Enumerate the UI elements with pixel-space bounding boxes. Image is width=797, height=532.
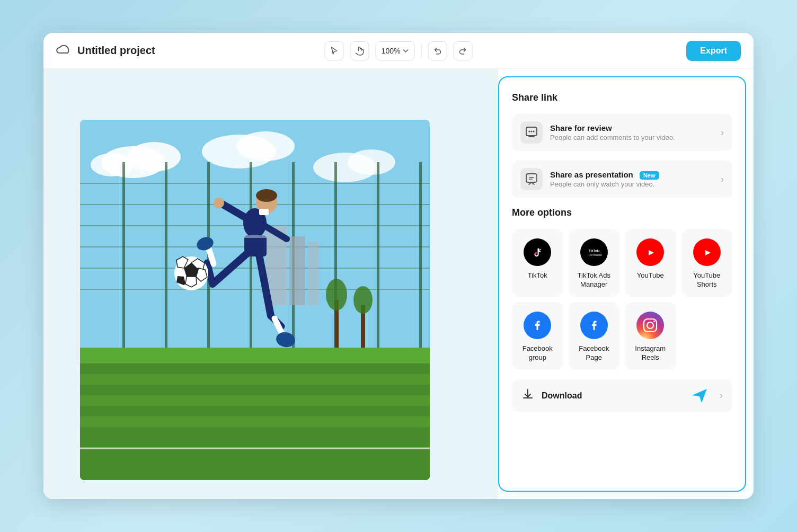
facebook-group-label: Facebook group bbox=[516, 344, 559, 362]
header-right: Export bbox=[686, 41, 741, 61]
share-presentation-option[interactable]: Share as presentation New People can onl… bbox=[512, 161, 732, 198]
svg-point-70 bbox=[586, 244, 602, 260]
svg-point-84 bbox=[653, 321, 655, 322]
svg-rect-34 bbox=[289, 236, 305, 305]
svg-rect-35 bbox=[308, 242, 318, 305]
review-icon bbox=[520, 121, 543, 144]
svg-point-42 bbox=[256, 189, 277, 202]
review-subtitle: People can add comments to your video. bbox=[550, 134, 675, 141]
download-option[interactable]: Download › bbox=[512, 379, 732, 412]
svg-text:For Business: For Business bbox=[589, 253, 602, 256]
svg-marker-85 bbox=[692, 389, 707, 403]
svg-rect-24 bbox=[80, 348, 430, 363]
presentation-text: Share as presentation New People can onl… bbox=[550, 170, 659, 188]
share-for-review-option[interactable]: Share for review People can add comments… bbox=[512, 114, 732, 151]
redo-button[interactable] bbox=[453, 41, 472, 60]
svg-rect-28 bbox=[80, 395, 430, 406]
review-chevron: › bbox=[721, 127, 724, 138]
divider bbox=[421, 43, 421, 58]
soccer-scene bbox=[80, 120, 430, 480]
download-chevron: › bbox=[720, 390, 723, 401]
svg-rect-29 bbox=[80, 406, 430, 416]
tiktok-icon bbox=[524, 238, 551, 266]
instagram-reels-label: Instagram Reels bbox=[629, 344, 672, 362]
svg-rect-26 bbox=[80, 374, 430, 385]
svg-point-3 bbox=[91, 153, 133, 176]
zoom-value: 100% bbox=[382, 47, 401, 55]
more-options-title: More options bbox=[512, 207, 732, 218]
svg-point-69 bbox=[529, 244, 545, 260]
zoom-control[interactable]: 100% bbox=[376, 41, 415, 60]
export-button[interactable]: Export bbox=[686, 41, 741, 61]
presentation-subtitle: People can only watch your video. bbox=[550, 180, 659, 188]
svg-point-44 bbox=[214, 198, 224, 208]
facebook-page-icon bbox=[580, 312, 608, 339]
svg-rect-48 bbox=[244, 235, 267, 238]
facebook-group-icon bbox=[524, 312, 551, 339]
header: Untitled project 100% bbox=[43, 33, 754, 69]
svg-point-66 bbox=[531, 131, 533, 132]
presentation-chevron: › bbox=[721, 174, 724, 185]
svg-rect-46 bbox=[259, 209, 269, 215]
review-text: Share for review People can add comments… bbox=[550, 123, 675, 141]
svg-point-67 bbox=[533, 131, 535, 132]
download-label: Download bbox=[542, 391, 582, 401]
app-window: Untitled project 100% bbox=[43, 33, 754, 499]
youtube-label: YouTube bbox=[637, 271, 664, 280]
presentation-title: Share as presentation New bbox=[550, 170, 659, 179]
canvas-area bbox=[43, 69, 498, 499]
svg-rect-16 bbox=[419, 162, 422, 348]
pointer-tool[interactable] bbox=[325, 41, 344, 60]
project-title: Untitled project bbox=[77, 45, 155, 57]
svg-rect-9 bbox=[122, 162, 125, 348]
svg-rect-30 bbox=[80, 416, 430, 427]
instagram-reels-option[interactable]: Instagram Reels bbox=[625, 302, 676, 370]
youtube-option[interactable]: YouTube bbox=[625, 229, 676, 297]
svg-rect-27 bbox=[80, 385, 430, 395]
tiktok-ads-icon: TikTok: For Business bbox=[580, 238, 608, 266]
facebook-page-option[interactable]: Facebook Page bbox=[569, 302, 620, 370]
cloud-icon bbox=[56, 43, 71, 58]
tiktok-label: TikTok bbox=[528, 271, 547, 280]
svg-point-81 bbox=[636, 312, 664, 339]
facebook-group-option[interactable]: Facebook group bbox=[512, 302, 563, 370]
svg-point-37 bbox=[326, 279, 347, 311]
svg-rect-15 bbox=[377, 162, 379, 348]
tiktok-ads-option[interactable]: TikTok: For Business TikTok Ads Manager bbox=[569, 229, 620, 297]
youtube-shorts-icon bbox=[693, 238, 721, 266]
social-platforms-grid: TikTok TikTok: For Business TikTok Ads M… bbox=[512, 229, 732, 370]
tiktok-ads-label: TikTok Ads Manager bbox=[573, 271, 616, 289]
undo-button[interactable] bbox=[428, 41, 447, 60]
tiktok-option[interactable]: TikTok bbox=[512, 229, 563, 297]
youtube-shorts-label: YouTube Shorts bbox=[686, 271, 729, 289]
download-icon bbox=[521, 388, 534, 404]
video-thumbnail bbox=[80, 120, 430, 480]
svg-point-5 bbox=[236, 131, 295, 161]
instagram-icon bbox=[636, 312, 664, 339]
review-title: Share for review bbox=[550, 123, 675, 132]
main-content: Share link Share for review People can a… bbox=[43, 69, 754, 499]
share-link-title: Share link bbox=[512, 92, 732, 103]
svg-point-7 bbox=[348, 149, 395, 175]
new-badge: New bbox=[640, 171, 659, 180]
header-left: Untitled project bbox=[56, 43, 155, 58]
svg-rect-31 bbox=[80, 427, 430, 480]
svg-point-39 bbox=[353, 286, 373, 314]
more-options-section: More options bbox=[512, 207, 732, 219]
header-center: 100% bbox=[325, 41, 473, 60]
svg-text:TikTok:: TikTok: bbox=[589, 249, 600, 252]
facebook-page-label: Facebook Page bbox=[573, 344, 616, 362]
hand-tool[interactable] bbox=[350, 41, 369, 60]
svg-rect-10 bbox=[165, 162, 167, 348]
share-panel: Share link Share for review People can a… bbox=[498, 76, 746, 492]
svg-point-65 bbox=[529, 131, 530, 132]
svg-rect-68 bbox=[526, 174, 537, 182]
svg-rect-25 bbox=[80, 363, 430, 374]
youtube-icon bbox=[636, 238, 664, 266]
presentation-icon bbox=[520, 168, 543, 190]
youtube-shorts-option[interactable]: YouTube Shorts bbox=[681, 229, 733, 297]
cursor-arrow bbox=[690, 386, 709, 407]
svg-point-2 bbox=[128, 142, 181, 172]
